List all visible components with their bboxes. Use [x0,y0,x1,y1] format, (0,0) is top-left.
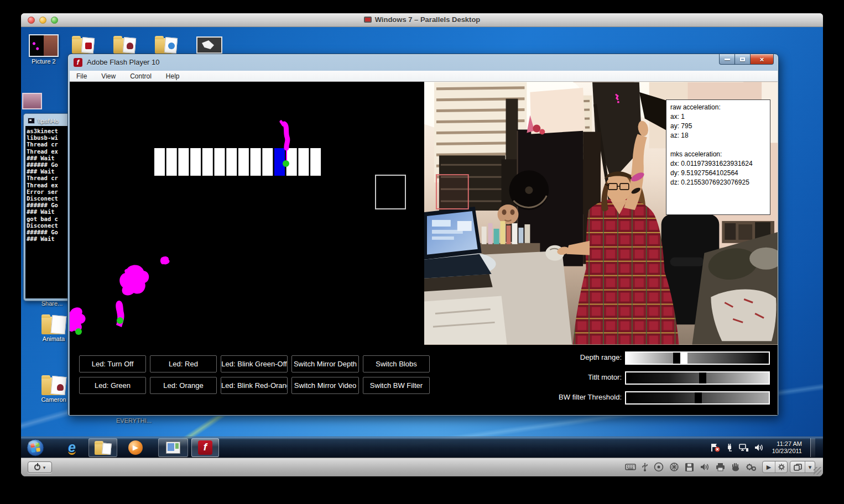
flash-titlebar[interactable]: f Adobe Flash Player 10 × [68,54,778,71]
depth-range-slider[interactable] [625,351,770,365]
depth-range-thumb-min[interactable] [673,353,680,364]
taskbar-internet-explorer[interactable]: e [61,438,83,457]
minimize-button[interactable] [719,54,735,65]
control-panel: Led: Turn Off Led: Red Led: Blink Green-… [70,345,778,415]
keyboard-icon[interactable] [625,463,636,471]
tracking-marker [75,328,82,335]
hand-blob-top [284,124,288,148]
taskbar-program-window[interactable] [158,438,188,457]
show-desktop-button[interactable] [810,438,815,457]
clock-date: 10/23/2011 [772,448,802,455]
tilt-motor-slider[interactable] [625,371,770,385]
bw-threshold-thumb[interactable] [695,392,702,403]
menu-file[interactable]: File [76,72,87,80]
clock-time: 11:27 AM [772,440,802,448]
bw-threshold-label: BW filter Threshold: [559,393,622,401]
desktop-icon-picture-small[interactable] [22,93,42,109]
menu-view[interactable]: View [101,72,116,80]
view-mode-switch: ▾ [790,461,815,473]
run-settings-group: ▶ [762,461,788,473]
tracking-marker [283,160,289,167]
windows-desktop: Picture 2 Share... Anima [21,27,823,458]
tilt-motor-label: Titlt motor: [588,373,622,381]
gear-icon[interactable] [775,461,787,473]
network-icon[interactable] [739,443,749,452]
device-icons: ▶ [625,461,788,473]
tracking-marker [117,317,123,324]
desktop-icon-picture-wide[interactable] [196,36,222,54]
vm-power-button[interactable]: ▾ [28,461,52,473]
shared-folder-hand-icon[interactable] [731,463,740,472]
printer-icon[interactable] [715,463,726,471]
window-title: Windows 7 – Parallels Desktop [21,15,823,24]
maximize-button[interactable] [735,54,751,65]
acceleration-panel: raw acceleration: ax: 1 ay: 795 az: 18 m… [666,99,770,215]
explorer-folder-icon [95,440,111,455]
folder-icon [113,35,136,54]
picture-thumbnail-icon [196,36,222,54]
blob-small [160,256,170,264]
windows-orb-icon [26,438,45,457]
screen: Windows 7 – Parallels Desktop Picture 2 [0,0,844,504]
bw-threshold-slider[interactable] [625,391,770,405]
depth-canvas [70,82,424,345]
desktop-icon-folder-ie[interactable] [155,35,177,54]
floppy-icon[interactable] [685,463,694,472]
window-switch-icon[interactable] [790,461,805,473]
gears-icon[interactable] [746,463,757,472]
action-center-flag-icon[interactable] [710,443,720,452]
resize-grip[interactable] [814,467,821,475]
terminal-title: \\psf\Ho [38,118,59,124]
depth-range-thumb-max[interactable] [680,353,687,364]
menu-control[interactable]: Control [130,72,152,80]
flash-player-window: f Adobe Flash Player 10 × File View Cont… [67,54,779,416]
parallels-statusbar: ▾ [21,458,823,476]
picture-thumbnail-icon [29,34,59,57]
taskbar-clock[interactable]: 11:27 AM 10/23/2011 [772,440,802,455]
media-player-icon: ▶ [128,440,143,455]
tilt-motor-thumb[interactable] [699,372,706,384]
taskbar-windows-explorer[interactable] [88,438,117,457]
power-icon [34,464,40,470]
folder-icon [41,373,66,395]
chevron-down-icon: ▾ [43,465,46,470]
flash-window-title: Adobe Flash Player 10 [87,58,160,66]
network-web-icon[interactable] [669,462,679,472]
depth-range-label: Depth range: [580,353,622,361]
internet-explorer-icon: e [68,441,76,455]
picture-thumbnail-icon [22,93,42,109]
sound-icon[interactable] [700,463,710,471]
parallels-window: Windows 7 – Parallels Desktop Picture 2 [21,13,823,476]
flash-stage: raw acceleration: ax: 1 ay: 795 az: 18 m… [70,82,778,415]
mac-titlebar[interactable]: Windows 7 – Parallels Desktop [21,13,823,27]
program-window-icon [166,442,180,454]
flash-player-icon: f [74,58,82,67]
power-plug-icon[interactable] [725,443,734,452]
cd-icon[interactable] [654,462,664,472]
speaker-icon[interactable] [754,443,764,452]
menu-help[interactable]: Help [166,72,180,80]
video-feed: raw acceleration: ax: 1 ay: 795 az: 18 m… [424,82,778,345]
desktop-icon-folder-flash[interactable] [72,35,94,54]
vm-monitor-icon [364,17,372,23]
flash-menubar: File View Control Help [70,71,778,82]
start-button[interactable] [25,438,45,457]
play-icon[interactable]: ▶ [763,461,775,473]
desktop-icon-picture2[interactable]: Picture 2 [29,34,59,65]
folder-icon [155,35,177,54]
taskbar-flash-player[interactable]: f [191,438,219,457]
windows-taskbar: e ▶ f [21,437,823,458]
folder-icon [72,35,94,54]
flash-icon: f [198,440,212,455]
desktop-icon-folder-doc[interactable] [113,35,136,54]
usb-icon[interactable] [642,462,648,472]
close-button[interactable]: × [751,54,774,65]
system-tray: 11:27 AM 10/23/2011 [710,437,815,458]
desktop-icon-everything-label[interactable]: EVERYTHI... [116,417,152,424]
taskbar-media-player[interactable]: ▶ [124,438,147,457]
tracking-box-overlay [436,175,468,209]
folder-icon [41,312,66,334]
console-icon [28,118,35,124]
